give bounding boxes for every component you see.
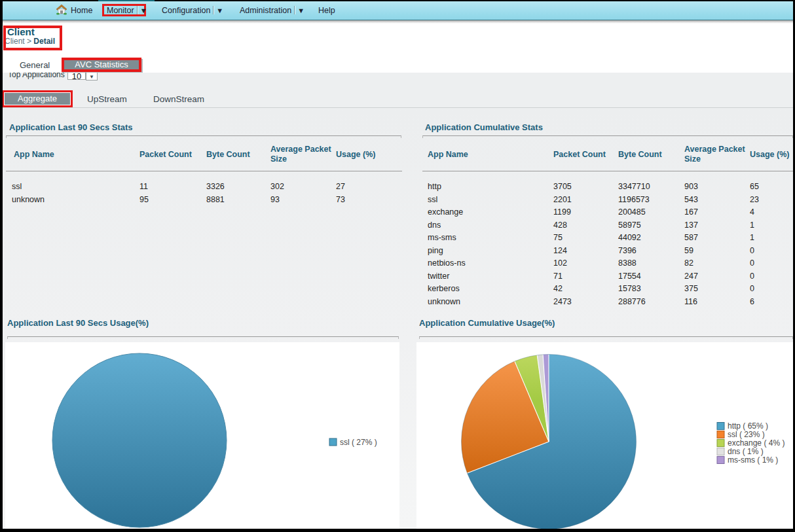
svg-text:ms-sms ( 1% ): ms-sms ( 1% ) <box>728 455 778 465</box>
svg-text:exchange ( 4% ): exchange ( 4% ) <box>728 438 785 448</box>
svg-text:http ( 65% ): http ( 65% ) <box>728 421 768 431</box>
svg-text:ssl ( 23% ): ssl ( 23% ) <box>728 430 765 439</box>
svg-text:ssl ( 27% ): ssl ( 27% ) <box>340 438 377 447</box>
svg-text:dns ( 1% ): dns ( 1% ) <box>728 447 764 456</box>
